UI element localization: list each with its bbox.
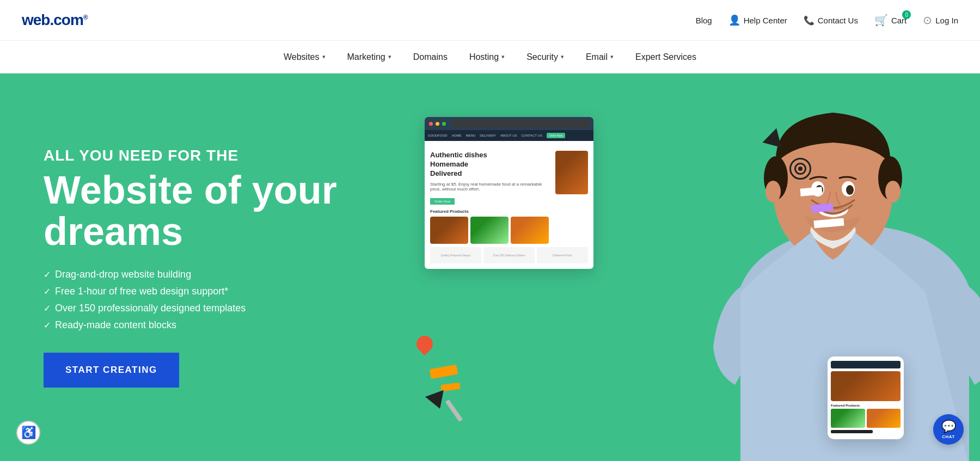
start-creating-button[interactable]: START CREATING xyxy=(44,353,179,388)
hero-feature-text: Ready-made content blocks xyxy=(55,319,176,331)
nav-security-label: Security xyxy=(526,52,558,62)
mock-food-images xyxy=(430,217,588,244)
mock-heading: Authentic dishesHomemadeDelivered xyxy=(430,151,551,179)
top-bar: web.com® Blog 👤 Help Center 📞 Contact Us… xyxy=(0,0,980,41)
chat-label: CHAT xyxy=(942,434,955,439)
hero-features-list: ✓ Drag-and-drop website building ✓ Free … xyxy=(44,269,337,331)
mock-website-bar xyxy=(425,117,593,130)
nav-email[interactable]: Email ▾ xyxy=(586,52,614,62)
chat-icon: 💬 xyxy=(941,420,956,434)
cart-count-badge: 0 xyxy=(902,10,911,19)
deco-squiggle-1 xyxy=(430,365,458,379)
hero-feature-text: Over 150 professionally designed templat… xyxy=(55,303,246,314)
login-label: Log In xyxy=(935,16,958,25)
mock-dot-yellow xyxy=(436,122,439,126)
mock-dot-green xyxy=(442,122,446,126)
hero-feature-2: ✓ Free 1-hour of free web design support… xyxy=(44,286,337,297)
mock-dot-red xyxy=(429,122,433,126)
mock-food-img-2 xyxy=(470,217,509,244)
person-icon: 👤 xyxy=(728,14,740,26)
nav-websites-label: Websites xyxy=(284,52,320,62)
mock-mobile-content: Featured Products xyxy=(831,404,901,433)
nav-email-label: Email xyxy=(586,52,608,62)
contact-us-label: Contact Us xyxy=(818,16,858,25)
nav-domains-label: Domains xyxy=(413,52,448,62)
cart-icon: 🛒 xyxy=(874,14,888,27)
hero-title: Website of your dreams xyxy=(44,170,337,252)
hero-right: GOODFOOD HOME MENU DELIVERY ABOUT US CON… xyxy=(392,73,980,461)
mock-footer-text-1: Quality Prepared Always xyxy=(441,254,470,257)
nav-expert-services-label: Expert Services xyxy=(635,52,696,62)
checkmark-icon: ✓ xyxy=(44,286,51,297)
deco-pin-head xyxy=(413,333,436,355)
help-center-label: Help Center xyxy=(744,16,787,25)
mock-footer-row: Quality Prepared Always Over 250 Delicio… xyxy=(430,247,588,263)
mock-food-img-3 xyxy=(511,217,549,244)
mock-nav-about: ABOUT US xyxy=(500,134,517,137)
deco-location-pin xyxy=(416,336,433,352)
mock-content: Authentic dishesHomemadeDelivered Starti… xyxy=(425,145,593,269)
mock-footer-text-3: Delivered Fresh xyxy=(553,254,572,257)
trademark: ® xyxy=(83,14,88,21)
mock-mobile-text: Featured Products xyxy=(831,404,901,407)
hero-title-line2: dreams xyxy=(44,210,183,253)
chevron-down-icon: ▾ xyxy=(388,53,391,60)
nav-websites[interactable]: Websites ▾ xyxy=(284,52,326,62)
mock-footer-item-2: Over 250 Delicious Dishes xyxy=(483,247,535,263)
mock-subheading: Starting at $5. Enjoy real homemade food… xyxy=(430,182,551,192)
mock-nav-home: HOME xyxy=(452,134,462,137)
mock-footer-item-3: Delivered Fresh xyxy=(537,247,588,263)
hero-title-line1: Website of your xyxy=(44,168,337,212)
mock-footer-text-2: Over 250 Delicious Dishes xyxy=(493,254,525,257)
accessibility-button[interactable]: ♿ xyxy=(16,421,40,445)
mock-food-img-main xyxy=(555,151,588,194)
hero-feature-text: Free 1-hour of free web design support* xyxy=(55,286,228,297)
hero-feature-3: ✓ Over 150 professionally designed templ… xyxy=(44,303,337,314)
accessibility-icon: ♿ xyxy=(21,426,36,440)
mock-mobile-bar xyxy=(831,430,873,433)
mock-mobile-header xyxy=(831,361,901,368)
phone-icon: 📞 xyxy=(804,15,814,26)
chat-button[interactable]: 💬 CHAT xyxy=(933,414,964,445)
contact-us-link[interactable]: 📞 Contact Us xyxy=(804,15,858,26)
nav-expert-services[interactable]: Expert Services xyxy=(635,52,696,62)
mock-mobile: Featured Products xyxy=(828,356,904,439)
deco-pen xyxy=(445,399,463,422)
logo-text: web.com xyxy=(22,11,83,28)
nav-marketing-label: Marketing xyxy=(347,52,385,62)
hero-content: ALL YOU NEED FOR THE Website of your dre… xyxy=(0,114,370,420)
mock-nav-delivery: DELIVERY xyxy=(480,134,496,137)
mock-url-bar xyxy=(453,120,589,127)
hero-subtitle: ALL YOU NEED FOR THE xyxy=(44,147,337,164)
nav-hosting[interactable]: Hosting ▾ xyxy=(469,52,505,62)
hero-section: ALL YOU NEED FOR THE Website of your dre… xyxy=(0,73,980,461)
nav-domains[interactable]: Domains xyxy=(413,52,448,62)
mock-nav-order: Order Now xyxy=(547,133,565,138)
mock-featured-label: Featured Products xyxy=(430,209,588,214)
chevron-down-icon: ▾ xyxy=(561,53,564,60)
mock-mobile-img-2 xyxy=(867,409,901,428)
mock-mobile-img-1 xyxy=(831,409,865,428)
cart-link[interactable]: 🛒 0 Cart xyxy=(874,14,906,27)
nav-marketing[interactable]: Marketing ▾ xyxy=(347,52,391,62)
mock-nav: GOODFOOD HOME MENU DELIVERY ABOUT US CON… xyxy=(425,130,593,141)
mock-nav-menu: MENU xyxy=(466,134,476,137)
help-center-link[interactable]: 👤 Help Center xyxy=(728,14,787,26)
mock-cta: Order Now xyxy=(430,198,455,205)
checkmark-icon: ✓ xyxy=(44,269,51,280)
login-link[interactable]: ⊙ Log In xyxy=(923,14,958,27)
chevron-down-icon: ▾ xyxy=(610,53,614,60)
nav-security[interactable]: Security ▾ xyxy=(526,52,564,62)
user-circle-icon: ⊙ xyxy=(923,14,932,27)
hero-feature-1: ✓ Drag-and-drop website building xyxy=(44,269,337,280)
deco-target-circles xyxy=(789,158,811,180)
blog-link[interactable]: Blog xyxy=(696,16,712,25)
blog-label: Blog xyxy=(696,16,712,25)
mock-footer-item-1: Quality Prepared Always xyxy=(430,247,481,263)
svg-point-9 xyxy=(885,181,901,202)
chevron-down-icon: ▾ xyxy=(501,53,505,60)
mock-mobile-row xyxy=(831,409,901,428)
chevron-down-icon: ▾ xyxy=(322,53,326,60)
mock-website: GOODFOOD HOME MENU DELIVERY ABOUT US CON… xyxy=(425,117,593,269)
logo[interactable]: web.com® xyxy=(22,11,88,29)
